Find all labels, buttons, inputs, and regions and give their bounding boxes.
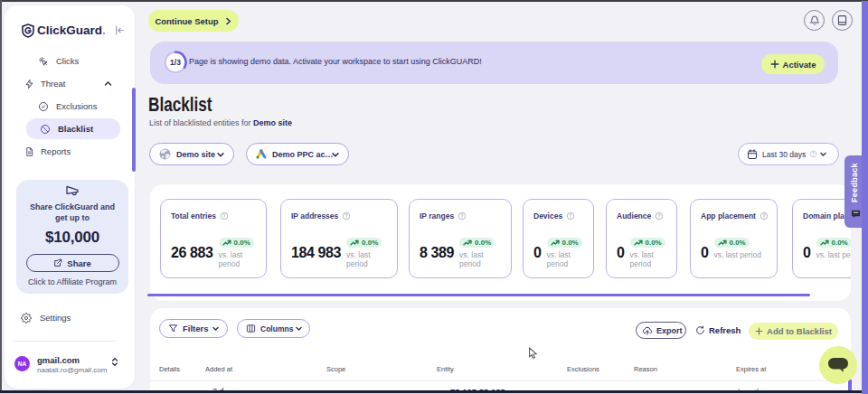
svg-text:1/3: 1/3 — [170, 58, 181, 67]
